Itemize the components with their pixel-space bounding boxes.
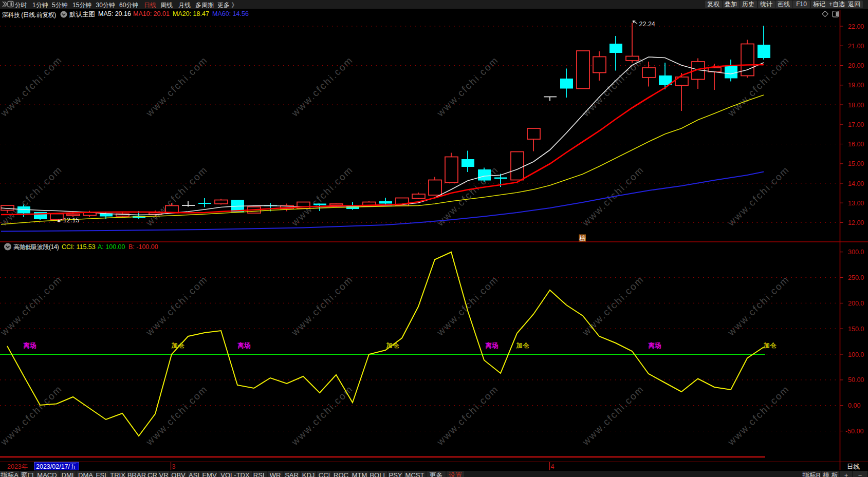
svg-text:日线: 日线	[847, 463, 860, 470]
svg-text:200.0: 200.0	[848, 300, 864, 307]
svg-text:离场: 离场	[23, 342, 36, 349]
svg-text:3: 3	[172, 463, 176, 470]
svg-text:12.15: 12.15	[63, 217, 79, 224]
svg-text:www.cfchi.com: www.cfchi.com	[0, 383, 64, 448]
svg-text:300.0: 300.0	[848, 249, 864, 256]
svg-text:www.cfchi.com: www.cfchi.com	[434, 274, 501, 338]
svg-text:22.24: 22.24	[639, 21, 655, 28]
svg-text:21.00: 21.00	[848, 43, 864, 50]
svg-text:18.00: 18.00	[848, 102, 864, 109]
svg-text:加仓: 加仓	[171, 342, 185, 349]
svg-text:高抛低吸波段(14): 高抛低吸波段(14)	[13, 243, 59, 251]
svg-text:www.cfchi.com: www.cfchi.com	[289, 54, 355, 119]
svg-text:www.cfchi.com: www.cfchi.com	[143, 54, 210, 119]
svg-text:加仓: 加仓	[386, 342, 400, 349]
svg-text:www.cfchi.com: www.cfchi.com	[289, 383, 355, 448]
svg-text:榜: 榜	[579, 235, 586, 242]
svg-text:2023年: 2023年	[7, 463, 28, 470]
svg-text:离场: 离场	[648, 342, 661, 349]
svg-text:20.00: 20.00	[848, 62, 864, 69]
svg-text:A: 100.00: A: 100.00	[98, 243, 125, 251]
svg-text:www.cfchi.com: www.cfchi.com	[434, 54, 501, 119]
svg-text:加仓: 加仓	[763, 342, 777, 349]
svg-text:离场: 离场	[485, 342, 498, 349]
svg-text:加仓: 加仓	[516, 342, 530, 349]
svg-text:www.cfchi.com: www.cfchi.com	[725, 164, 791, 228]
svg-text:12.00: 12.00	[848, 219, 864, 226]
svg-text:www.cfchi.com: www.cfchi.com	[580, 274, 646, 338]
svg-text:2023/02/17/五: 2023/02/17/五	[36, 463, 77, 470]
svg-text:www.cfchi.com: www.cfchi.com	[289, 274, 355, 338]
svg-text:15.00: 15.00	[848, 160, 864, 167]
svg-text:22.00: 22.00	[848, 23, 864, 30]
svg-text:www.cfchi.com: www.cfchi.com	[289, 164, 355, 228]
svg-text:4: 4	[551, 463, 555, 470]
svg-text:0.00: 0.00	[848, 402, 860, 409]
svg-text:14.00: 14.00	[848, 180, 864, 187]
svg-text:13.00: 13.00	[848, 200, 864, 207]
svg-text:离场: 离场	[237, 342, 251, 349]
svg-text:www.cfchi.com: www.cfchi.com	[725, 54, 791, 119]
svg-text:www.cfchi.com: www.cfchi.com	[725, 274, 791, 338]
svg-text:www.cfchi.com: www.cfchi.com	[0, 274, 64, 338]
svg-text:16.00: 16.00	[848, 141, 864, 148]
svg-text:www.cfchi.com: www.cfchi.com	[143, 274, 210, 338]
svg-text:150.0: 150.0	[848, 326, 864, 333]
svg-text:50.00: 50.00	[848, 376, 864, 384]
svg-text:19.00: 19.00	[848, 82, 864, 89]
svg-text:www.cfchi.com: www.cfchi.com	[143, 164, 210, 228]
svg-text:250.0: 250.0	[848, 274, 864, 281]
svg-text:B: -100.00: B: -100.00	[128, 243, 158, 251]
svg-text:www.cfchi.com: www.cfchi.com	[580, 383, 646, 448]
svg-text:-50.00: -50.00	[845, 428, 863, 435]
svg-text:100.0: 100.0	[848, 351, 864, 358]
svg-text:www.cfchi.com: www.cfchi.com	[0, 54, 64, 119]
svg-text:www.cfchi.com: www.cfchi.com	[434, 383, 501, 448]
svg-text:17.00: 17.00	[848, 121, 864, 128]
svg-text:CCI: 115.53: CCI: 115.53	[62, 243, 96, 251]
svg-text:www.cfchi.com: www.cfchi.com	[725, 383, 791, 448]
